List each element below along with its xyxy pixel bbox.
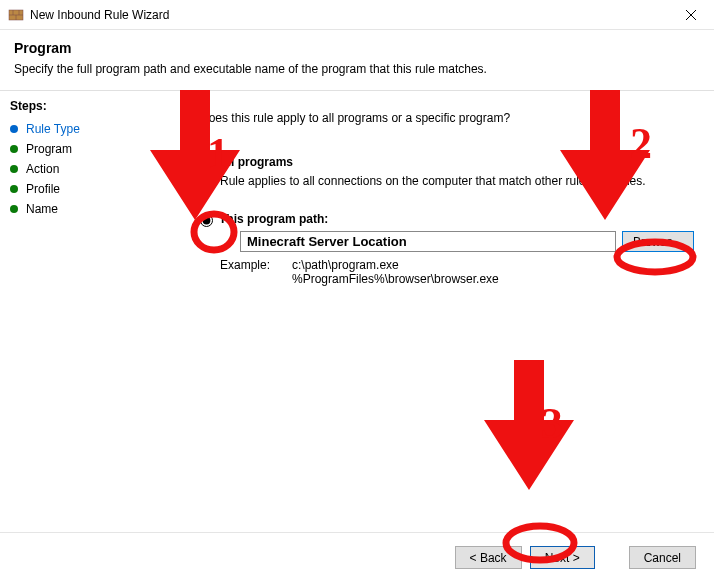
example-values: c:\path\program.exe %ProgramFiles%\brows… — [292, 258, 499, 286]
program-path-row: Browse... — [240, 231, 694, 252]
example-row: Example: c:\path\program.exe %ProgramFil… — [220, 258, 694, 286]
steps-label: Steps: — [10, 99, 140, 113]
step-label: Profile — [26, 182, 60, 196]
radio-all-programs-desc: Rule applies to all connections on the c… — [220, 174, 694, 188]
step-rule-type[interactable]: Rule Type — [10, 119, 140, 139]
step-label: Action — [26, 162, 59, 176]
panel-question: Does this rule apply to all programs or … — [200, 111, 694, 125]
radio-all-programs-row: All programs — [200, 155, 694, 170]
step-name[interactable]: Name — [10, 199, 140, 219]
bullet-icon — [10, 185, 18, 193]
close-button[interactable] — [668, 0, 714, 30]
browse-button[interactable]: Browse... — [622, 231, 694, 252]
bullet-icon — [10, 205, 18, 213]
radio-all-programs[interactable] — [200, 157, 213, 170]
next-button[interactable]: Next > — [530, 546, 595, 569]
steps-sidebar: Steps: Rule Type Program Action Profile … — [0, 91, 150, 523]
radio-program-path[interactable] — [200, 214, 213, 227]
bullet-icon — [10, 125, 18, 133]
step-label: Program — [26, 142, 72, 156]
step-label: Rule Type — [26, 122, 80, 136]
radio-program-path-label: This program path: — [219, 212, 328, 226]
radio-all-programs-label: All programs — [219, 155, 293, 169]
step-action[interactable]: Action — [10, 159, 140, 179]
example-label: Example: — [220, 258, 292, 286]
window-title: New Inbound Rule Wizard — [30, 8, 668, 22]
step-label: Name — [26, 202, 58, 216]
step-profile[interactable]: Profile — [10, 179, 140, 199]
wizard-header: Program Specify the full program path an… — [0, 30, 714, 82]
cancel-button[interactable]: Cancel — [629, 546, 696, 569]
page-title: Program — [14, 40, 700, 56]
wizard-footer: < Back Next > Cancel — [0, 532, 714, 582]
program-path-input[interactable] — [240, 231, 616, 252]
radio-program-path-row: This program path: — [200, 212, 694, 227]
program-radiogroup: All programs Rule applies to all connect… — [200, 155, 694, 286]
step-program[interactable]: Program — [10, 139, 140, 159]
bullet-icon — [10, 165, 18, 173]
titlebar: New Inbound Rule Wizard — [0, 0, 714, 30]
bullet-icon — [10, 145, 18, 153]
wizard-body: Steps: Rule Type Program Action Profile … — [0, 91, 714, 523]
page-subtitle: Specify the full program path and execut… — [14, 62, 700, 76]
firewall-icon — [8, 7, 24, 23]
back-button[interactable]: < Back — [455, 546, 522, 569]
main-panel: Does this rule apply to all programs or … — [150, 91, 714, 523]
